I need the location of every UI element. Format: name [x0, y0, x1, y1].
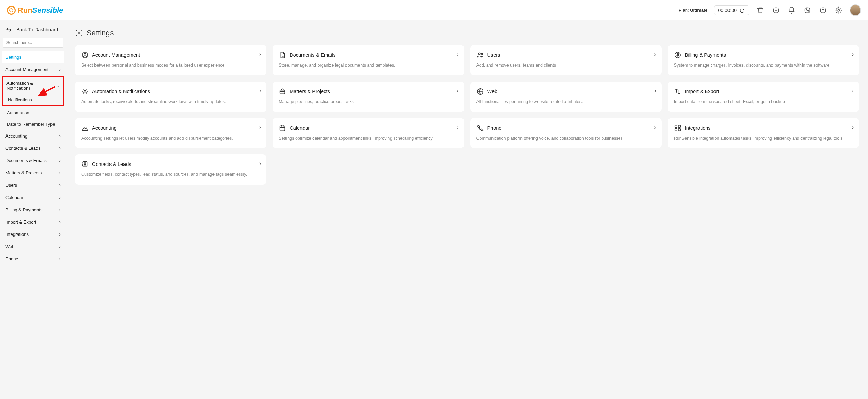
sidebar-label: Phone: [5, 256, 18, 261]
import-export-icon: [674, 88, 681, 95]
timer-value: 00:00:00: [718, 8, 737, 13]
chevron-right-icon: ›: [259, 88, 261, 94]
phone-icon: [476, 124, 484, 132]
card-title: Automation & Notifications: [92, 89, 150, 94]
logo-text-run: Run: [18, 6, 32, 15]
plan-prefix: Plan:: [679, 8, 690, 13]
card-title: Documents & Emails: [290, 52, 336, 58]
card-title: Users: [487, 52, 500, 58]
plan-label: Plan: Ultimate: [679, 8, 708, 13]
card-contacts-leads[interactable]: Contacts & Leads Customize fields, conta…: [75, 154, 266, 185]
svg-point-9: [478, 53, 480, 55]
card-desc: RunSensible integration automates tasks,…: [674, 135, 853, 142]
card-title: Integrations: [685, 125, 711, 131]
chevron-right-icon: ›: [59, 231, 61, 237]
sidebar-label: Settings: [5, 55, 21, 60]
card-web[interactable]: Web All functionalities pertaining to we…: [470, 82, 662, 112]
card-desc: Communication platform offering voice, a…: [476, 135, 656, 142]
back-to-dashboard[interactable]: Back To Dashboard: [2, 24, 64, 38]
card-desc: Manage pipelines, practice areas, tasks.: [279, 99, 458, 105]
chevron-right-icon: ›: [457, 124, 458, 130]
card-matters-projects[interactable]: Matters & Projects Manage pipelines, pra…: [273, 82, 464, 112]
card-title: Contacts & Leads: [92, 161, 131, 167]
chevron-right-icon: ›: [59, 219, 61, 225]
sidebar-item-calendar[interactable]: Calendar›: [2, 191, 64, 203]
sidebar-item-web[interactable]: Web›: [2, 240, 64, 253]
card-desc: Store, manage, and organize legal docume…: [279, 62, 458, 69]
svg-rect-16: [675, 125, 677, 127]
card-users[interactable]: Users Add, and remove users, teams and c…: [470, 45, 662, 75]
add-time-icon[interactable]: [771, 5, 781, 15]
sidebar-item-phone[interactable]: Phone›: [2, 253, 64, 265]
svg-point-4: [838, 9, 840, 11]
phone-header-icon[interactable]: [803, 5, 812, 15]
card-automation-notifications[interactable]: Automation & Notifications Automate task…: [75, 82, 266, 112]
card-title: Phone: [487, 125, 502, 131]
sidebar-item-accounting[interactable]: Accounting›: [2, 130, 64, 142]
chevron-right-icon: ›: [59, 145, 61, 151]
document-icon: [279, 51, 286, 59]
bell-icon[interactable]: [787, 5, 796, 15]
card-title: Matters & Projects: [290, 89, 330, 94]
sidebar-item-integrations[interactable]: Integrations›: [2, 228, 64, 240]
svg-point-10: [481, 53, 483, 55]
chevron-right-icon: ›: [59, 207, 61, 212]
avatar[interactable]: [850, 4, 861, 16]
sidebar-sub-date-remember[interactable]: Date to Remember Type: [2, 118, 64, 130]
sidebar-item-account-management[interactable]: Account Management ›: [2, 63, 64, 75]
sidebar-label: Contacts & Leads: [5, 146, 41, 151]
sidebar-item-billing-payments[interactable]: Billing & Payments›: [2, 203, 64, 216]
sidebar: Back To Dashboard Settings Account Manag…: [0, 20, 66, 399]
calendar-icon: [279, 124, 286, 132]
card-desc: Customize fields, contact types, lead st…: [81, 171, 260, 178]
card-desc: System to manage charges, invoices, disc…: [674, 62, 853, 69]
accounting-icon: [81, 124, 89, 132]
sidebar-item-automation-notifications[interactable]: Automation & Notifications ⌄: [3, 77, 63, 94]
card-integrations[interactable]: Integrations RunSensible integration aut…: [668, 118, 859, 148]
chevron-right-icon: ›: [59, 195, 61, 200]
sidebar-label: Billing & Payments: [5, 207, 42, 212]
header-right: Plan: Ultimate 00:00:00: [679, 4, 861, 16]
sidebar-item-users[interactable]: Users›: [2, 179, 64, 191]
dollar-icon: [674, 51, 681, 59]
logo[interactable]: RunSensible: [7, 6, 63, 15]
sidebar-item-matters-projects[interactable]: Matters & Projects›: [2, 167, 64, 179]
chevron-right-icon: ›: [59, 133, 61, 139]
sidebar-label: Matters & Projects: [5, 170, 42, 175]
sidebar-sub-notifications[interactable]: Notifications: [3, 94, 63, 105]
card-title: Accounting: [92, 125, 117, 131]
card-title: Web: [487, 89, 498, 94]
sidebar-sub-automation[interactable]: Automation: [2, 107, 64, 118]
chevron-right-icon: ›: [852, 88, 854, 94]
chevron-right-icon: ›: [654, 51, 656, 57]
card-account-management[interactable]: Account Management Select between person…: [75, 45, 266, 75]
card-documents-emails[interactable]: Documents & Emails Store, manage, and or…: [273, 45, 464, 75]
trash-icon[interactable]: [755, 5, 765, 15]
sidebar-item-contacts-leads[interactable]: Contacts & Leads›: [2, 142, 64, 154]
card-accounting[interactable]: Accounting Accounting settings let users…: [75, 118, 266, 148]
contacts-icon: [81, 160, 89, 168]
users-icon: [476, 51, 484, 59]
gear-icon[interactable]: [834, 5, 843, 15]
annotation-highlight: Automation & Notifications ⌄ Notificatio…: [2, 76, 64, 106]
card-import-export[interactable]: Import & Export Import data from the spe…: [668, 82, 859, 112]
briefcase-icon: [279, 88, 286, 95]
card-billing-payments[interactable]: Billing & Payments System to manage char…: [668, 45, 859, 75]
sidebar-item-import-export[interactable]: Import & Export›: [2, 216, 64, 228]
timer-widget[interactable]: 00:00:00: [714, 5, 750, 15]
card-title: Billing & Payments: [685, 52, 726, 58]
help-icon[interactable]: [818, 5, 828, 15]
chevron-down-icon: ⌄: [56, 83, 60, 88]
back-label: Back To Dashboard: [16, 27, 58, 32]
chevron-right-icon: ›: [59, 67, 61, 72]
chevron-right-icon: ›: [259, 160, 261, 167]
settings-grid: Account Management Select between person…: [75, 45, 859, 185]
svg-rect-19: [678, 128, 680, 130]
sidebar-item-settings[interactable]: Settings: [2, 51, 64, 63]
sidebar-item-documents-emails[interactable]: Documents & Emails›: [2, 154, 64, 167]
sidebar-label: Automation: [7, 110, 29, 115]
sidebar-label: Date to Remember Type: [7, 122, 55, 127]
search-input[interactable]: [3, 38, 63, 48]
card-calendar[interactable]: Calendar Settings optimize calendar and …: [273, 118, 464, 148]
card-phone[interactable]: Phone Communication platform offering vo…: [470, 118, 662, 148]
